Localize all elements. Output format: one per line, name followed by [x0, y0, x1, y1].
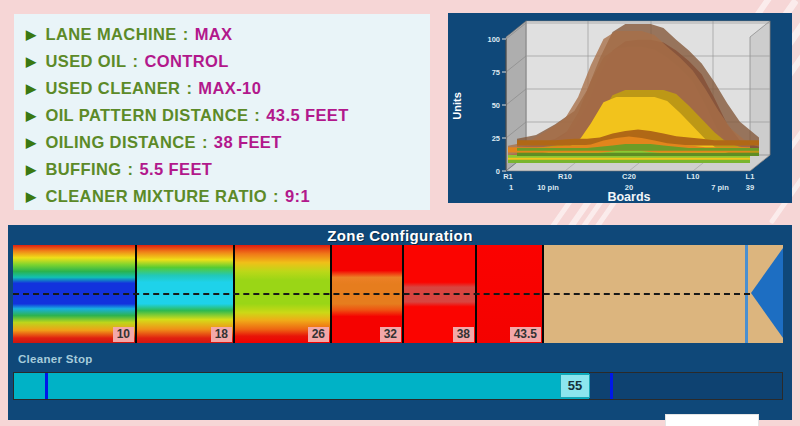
zone-panel-title: Zone Configuration [8, 225, 792, 244]
slider-marker-left[interactable] [45, 373, 48, 399]
spec-value: CONTROL [144, 52, 228, 71]
y-tick-75: 75 [492, 68, 500, 77]
spec-row-used-oil: ▶ USED OIL : CONTROL [26, 48, 430, 75]
spec-label: USED OIL [45, 52, 126, 71]
x-tick-L10: L10 [687, 172, 700, 181]
specs-panel: ▶ LANE MACHINE : MAX ▶ USED OIL : CONTRO… [14, 14, 430, 210]
spec-separator: : [183, 25, 189, 44]
spec-value: 9:1 [285, 187, 310, 206]
spec-separator: : [128, 160, 134, 179]
series-oil-layer-green-lower-lid [517, 153, 759, 156]
oil-pattern-chart-panel: 100 75 50 25 0 R1 R10 C20 L10 L1 1 10 pi… [448, 13, 792, 203]
spec-row-cleaner-mixture-ratio: ▶ CLEANER MIXTURE RATIO : 9:1 [26, 183, 430, 210]
cleaner-stop-label: Cleaner Stop [18, 353, 93, 365]
zone-strip: 10 18 26 32 38 43.5 [13, 245, 783, 343]
zone-configuration-panel: Zone Configuration 10 18 26 32 38 43.5 C… [8, 225, 792, 420]
zone-distance-label: 43.5 [510, 327, 541, 342]
bullet-arrow-icon: ▶ [26, 163, 36, 176]
x-subtick-10pin: 10 pin [537, 183, 559, 192]
center-dashed-line [13, 293, 750, 295]
spec-value: MAX-10 [198, 79, 261, 98]
x-tick-R10: R10 [558, 172, 572, 181]
spec-separator: : [202, 133, 208, 152]
spec-label: OIL PATTERN DISTANCE [45, 106, 248, 125]
spec-row-oil-pattern-distance: ▶ OIL PATTERN DISTANCE : 43.5 FEET [26, 102, 430, 129]
x-subtick-7pin: 7 pin [711, 183, 729, 192]
spec-value: MAX [195, 25, 233, 44]
x-tick-R1: R1 [503, 172, 513, 181]
spec-value: 38 FEET [214, 133, 282, 152]
spec-label: USED CLEANER [45, 79, 180, 98]
spec-row-used-cleaner: ▶ USED CLEANER : MAX-10 [26, 75, 430, 102]
y-axis-title: Units [451, 92, 463, 120]
spec-value: 43.5 FEET [266, 106, 348, 125]
spec-label: OILING DISTANCE [45, 133, 196, 152]
series-oil-layer-green-lower [508, 160, 750, 163]
x-axis-title: Boards [607, 190, 650, 203]
bottom-popup-fragment [665, 414, 759, 426]
oil-pattern-3d-chart: 100 75 50 25 0 R1 R10 C20 L10 L1 1 10 pi… [448, 13, 792, 203]
spec-separator: : [186, 79, 192, 98]
y-tick-100: 100 [487, 35, 500, 44]
x-tick-L1: L1 [746, 172, 755, 181]
bullet-arrow-icon: ▶ [26, 190, 36, 203]
x-subtick-1: 1 [509, 183, 513, 192]
pattern-end-arrow-icon [751, 248, 783, 338]
zone-distance-label: 18 [211, 327, 232, 342]
bullet-arrow-icon: ▶ [26, 109, 36, 122]
zone-distance-label: 10 [113, 327, 134, 342]
spec-row-lane-machine: ▶ LANE MACHINE : MAX [26, 21, 430, 48]
spec-label: LANE MACHINE [45, 25, 176, 44]
y-tick-25: 25 [492, 134, 500, 143]
spec-row-buffing: ▶ BUFFING : 5.5 FEET [26, 156, 430, 183]
spec-label: BUFFING [45, 160, 121, 179]
spec-row-oiling-distance: ▶ OILING DISTANCE : 38 FEET [26, 129, 430, 156]
bullet-arrow-icon: ▶ [26, 82, 36, 95]
spec-separator: : [133, 52, 139, 71]
bullet-arrow-icon: ▶ [26, 28, 36, 41]
spec-label: CLEANER MIXTURE RATIO [45, 187, 267, 206]
x-subtick-39: 39 [746, 183, 754, 192]
cleaner-stop-value[interactable]: 55 [560, 374, 590, 398]
cleaner-stop-slider[interactable]: 55 [13, 372, 783, 400]
zone-distance-label: 26 [308, 327, 329, 342]
spec-value: 5.5 FEET [139, 160, 212, 179]
y-tick-50: 50 [492, 101, 500, 110]
y-tick-0: 0 [496, 167, 500, 176]
spec-separator: : [273, 187, 279, 206]
zone-distance-label: 38 [453, 327, 474, 342]
bullet-arrow-icon: ▶ [26, 55, 36, 68]
bullet-arrow-icon: ▶ [26, 136, 36, 149]
spec-separator: : [254, 106, 260, 125]
slider-marker-right[interactable] [610, 373, 613, 399]
x-tick-C20: C20 [622, 172, 636, 181]
zone-distance-label: 32 [380, 327, 401, 342]
cleaner-stop-fill [14, 373, 589, 399]
